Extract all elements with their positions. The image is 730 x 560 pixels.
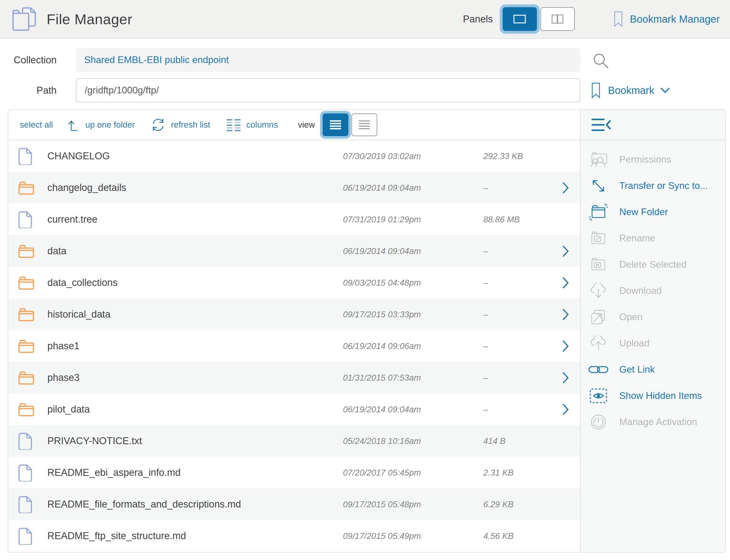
file-size: 4.56 KB — [483, 531, 514, 541]
file-date: 06/19/2014 09:06am — [343, 341, 421, 351]
columns-button[interactable]: columns — [226, 118, 278, 131]
file-name: pilot_data — [47, 404, 90, 415]
file-date: 09/17/2015 05:48pm — [343, 500, 421, 509]
collection-input[interactable] — [76, 48, 580, 72]
sidebar-header — [581, 110, 725, 140]
file-date: 09/17/2015 05:49pm — [343, 531, 421, 541]
transfer-sync-icon — [588, 178, 609, 194]
table-row[interactable]: PRIVACY-NOTICE.txt 05/24/2018 10:16am 41… — [8, 425, 580, 457]
open-folder-chevron[interactable] — [562, 372, 570, 384]
chevron-down-icon — [661, 87, 670, 93]
sidebar-item-show-hidden[interactable]: Show Hidden Items — [581, 383, 725, 409]
table-row[interactable]: README_ftp_site_structure.md 09/17/2015 … — [8, 520, 580, 552]
sidebar-item-label: Show Hidden Items — [619, 390, 702, 401]
condensed-view-icon — [359, 120, 370, 129]
sidebar-item-new-folder[interactable]: New Folder — [581, 199, 725, 225]
sidebar-item-manage-activation[interactable]: Manage Activation — [581, 409, 725, 435]
file-icon — [18, 496, 37, 513]
up-one-folder-button[interactable]: up one folder — [68, 118, 135, 132]
single-panel-button[interactable] — [503, 7, 537, 31]
sidebar-item-delete[interactable]: Delete Selected — [581, 251, 725, 278]
sidebar-item-label: Get Link — [619, 364, 655, 375]
file-date: 07/31/2019 01:29pm — [343, 215, 421, 224]
collapse-sidebar-icon[interactable] — [592, 118, 612, 132]
folder-icon — [18, 307, 37, 322]
table-row[interactable]: data_collections 09/03/2015 04:48pm – — [8, 267, 580, 299]
sidebar-item-label: Transfer or Sync to... — [619, 180, 708, 191]
table-row[interactable]: data 06/19/2014 09:04am – — [8, 235, 580, 267]
sidebar-item-open[interactable]: Open — [581, 304, 725, 330]
bookmark-manager-link[interactable]: Bookmark Manager — [614, 11, 720, 27]
bookmark-icon — [614, 11, 623, 27]
file-name: CHANGELOG — [47, 151, 110, 162]
delete-icon — [588, 257, 609, 273]
path-label: Path — [0, 85, 57, 96]
refresh-list-button[interactable]: refresh list — [151, 118, 210, 132]
endpoint-form: Collection Path Bookmark — [0, 39, 730, 109]
sidebar-item-rename[interactable]: Rename — [581, 225, 725, 251]
open-folder-chevron[interactable] — [562, 245, 570, 257]
open-folder-chevron[interactable] — [562, 403, 570, 416]
file-date: 09/03/2015 04:48pm — [343, 278, 421, 288]
bookmark-label: Bookmark — [608, 85, 654, 96]
condensed-view-button[interactable] — [351, 113, 377, 136]
sidebar-item-transfer[interactable]: Transfer or Sync to... — [581, 173, 725, 199]
list-view-button[interactable] — [322, 113, 348, 136]
file-date: 09/17/2015 03:33pm — [343, 310, 421, 319]
folder-icon — [18, 370, 37, 385]
file-size: 6.29 KB — [483, 500, 514, 509]
list-view-icon — [329, 120, 341, 130]
show-hidden-icon — [588, 388, 609, 403]
columns-label: columns — [246, 120, 278, 130]
folder-icon — [18, 244, 37, 259]
dual-panel-button[interactable] — [541, 7, 575, 31]
search-button[interactable] — [592, 51, 610, 70]
sidebar-item-download[interactable]: Download — [581, 278, 725, 304]
table-row[interactable]: CHANGELOG 07/30/2019 03:02am 292.33 KB — [8, 140, 580, 172]
page-title: File Manager — [47, 11, 132, 28]
table-row[interactable]: README_file_formats_and_descriptions.md … — [8, 488, 580, 520]
rename-icon — [588, 230, 609, 246]
file-name: phase1 — [47, 340, 80, 352]
bookmark-dropdown[interactable]: Bookmark — [592, 82, 670, 99]
file-date: 05/24/2018 10:16am — [343, 436, 421, 446]
file-icon — [18, 464, 37, 482]
file-name: README_ftp_site_structure.md — [47, 530, 186, 541]
table-row[interactable]: README_ebi_aspera_info.md 07/20/2017 05:… — [8, 457, 580, 488]
table-row[interactable]: phase3 01/31/2015 07:53am – — [8, 362, 580, 393]
list-toolbar: select all up one folder refresh list — [8, 110, 580, 140]
new-folder-icon — [588, 204, 609, 221]
file-size: 414 B — [483, 436, 506, 446]
sidebar-item-upload[interactable]: Upload — [581, 330, 725, 356]
search-icon — [592, 51, 610, 70]
file-name: PRIVACY-NOTICE.txt — [47, 435, 142, 447]
sidebar-item-label: Open — [619, 312, 643, 322]
sidebar-item-permissions[interactable]: Permissions — [581, 146, 725, 173]
file-name: historical_data — [47, 309, 110, 320]
table-row[interactable]: changelog_details 06/19/2014 09:04am – — [8, 172, 580, 204]
table-row[interactable]: current.tree 07/31/2019 01:29pm 88.86 MB — [8, 204, 580, 235]
collection-label: Collection — [0, 55, 57, 66]
file-icon — [18, 527, 37, 545]
open-folder-chevron[interactable] — [562, 340, 570, 352]
open-folder-chevron[interactable] — [562, 308, 570, 321]
file-date: 06/19/2014 09:04am — [343, 405, 421, 414]
sidebar-item-get-link[interactable]: Get Link — [581, 356, 725, 383]
sidebar-item-label: Download — [619, 285, 662, 296]
select-all-button[interactable]: select all — [20, 120, 53, 130]
file-icon — [18, 432, 37, 450]
single-panel-icon — [514, 15, 526, 23]
view-toggle — [322, 113, 377, 136]
table-row[interactable]: pilot_data 06/19/2014 09:04am – — [8, 393, 580, 425]
panels-toggle — [503, 7, 575, 31]
path-input[interactable] — [76, 78, 580, 102]
file-date: 01/31/2015 07:53am — [343, 373, 421, 383]
table-row[interactable]: historical_data 09/17/2015 03:33pm – — [8, 299, 580, 330]
open-folder-chevron[interactable] — [562, 182, 570, 194]
link-icon — [588, 364, 609, 375]
file-size: – — [483, 183, 488, 193]
file-list: CHANGELOG 07/30/2019 03:02am 292.33 KB c… — [8, 140, 580, 552]
table-row[interactable]: phase1 06/19/2014 09:06am – — [8, 330, 580, 362]
power-icon — [588, 414, 609, 430]
open-folder-chevron[interactable] — [562, 277, 570, 289]
